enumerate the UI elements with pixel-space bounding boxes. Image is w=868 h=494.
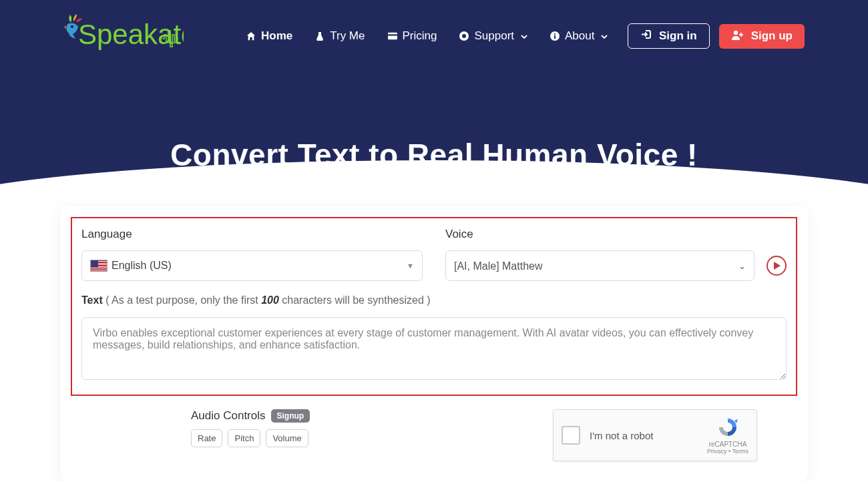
logo[interactable]: Speakatoo	[63, 12, 184, 60]
nav-pricing[interactable]: Pricing	[388, 29, 437, 43]
tts-card: Language English (US) ▼ Voice	[60, 206, 808, 481]
recaptcha-links[interactable]: Privacy • Terms	[707, 448, 748, 455]
svg-point-8	[554, 33, 556, 35]
signin-label: Sign in	[659, 29, 697, 43]
card-icon	[388, 31, 397, 41]
signup-button[interactable]: Sign up	[719, 24, 805, 49]
nav-support[interactable]: Support	[459, 29, 527, 43]
chevron-down-icon: ▼	[407, 262, 414, 270]
signup-badge[interactable]: Signup	[271, 409, 310, 423]
nav-label: Pricing	[403, 29, 437, 43]
text-input[interactable]: Virbo enables exceptional customer exper…	[81, 317, 787, 380]
audio-controls: Audio Controls Signup Rate Pitch Volume	[191, 409, 310, 447]
recaptcha-brand: reCAPTCHA	[707, 441, 748, 448]
recaptcha-icon	[716, 417, 740, 438]
play-button[interactable]	[767, 256, 787, 276]
svg-rect-7	[554, 35, 556, 39]
language-field: Language English (US) ▼	[81, 228, 423, 281]
nav-label: Try Me	[330, 29, 365, 43]
svg-point-9	[733, 30, 737, 34]
nav-label: Home	[261, 29, 292, 43]
user-plus-icon	[731, 29, 744, 43]
home-icon	[246, 31, 256, 41]
svg-rect-3	[388, 34, 397, 35]
language-label: Language	[81, 228, 423, 241]
page-headline: Convert Text to Real Human Voice !	[0, 137, 868, 173]
rate-chip[interactable]: Rate	[191, 429, 222, 447]
signin-icon	[640, 29, 652, 43]
language-select[interactable]: English (US) ▼	[81, 250, 423, 281]
volume-chip[interactable]: Volume	[266, 429, 308, 447]
chevron-down-icon	[601, 29, 608, 43]
help-icon	[459, 31, 469, 41]
nav-about[interactable]: About	[550, 29, 608, 43]
recaptcha: I'm not a robot reCAPTCHA Privacy • Term…	[553, 409, 757, 461]
info-icon	[550, 31, 560, 41]
svg-point-0	[71, 25, 73, 28]
signin-button[interactable]: Sign in	[628, 23, 710, 49]
voice-label: Voice	[445, 228, 787, 241]
flask-icon	[315, 31, 324, 41]
signup-label: Sign up	[751, 29, 793, 43]
svg-point-5	[462, 34, 466, 38]
top-nav: Speakatoo Home Try Me	[0, 0, 868, 87]
recaptcha-checkbox[interactable]	[562, 426, 580, 445]
voice-field: Voice [AI, Male] Matthew ⌄	[445, 228, 787, 281]
voice-select-native[interactable]: [AI, Male] Matthew	[454, 251, 746, 280]
play-icon	[773, 261, 781, 270]
nav-tryme[interactable]: Try Me	[315, 29, 365, 43]
svg-rect-2	[388, 33, 397, 40]
pitch-chip[interactable]: Pitch	[228, 429, 260, 447]
highlighted-form: Language English (US) ▼ Voice	[71, 217, 797, 396]
language-value: English (US)	[112, 260, 172, 272]
recaptcha-label: I'm not a robot	[590, 430, 707, 441]
voice-select[interactable]: [AI, Male] Matthew ⌄	[445, 250, 754, 281]
audio-controls-title: Audio Controls	[191, 409, 266, 423]
chevron-down-icon	[521, 29, 527, 43]
nav-links: Home Try Me Pricing Support	[246, 29, 608, 43]
nav-home[interactable]: Home	[246, 29, 292, 43]
text-label: Text ( As a test purpose, only the first…	[81, 294, 787, 306]
nav-label: Support	[474, 29, 514, 43]
us-flag-icon	[90, 260, 107, 272]
nav-label: About	[565, 29, 594, 43]
